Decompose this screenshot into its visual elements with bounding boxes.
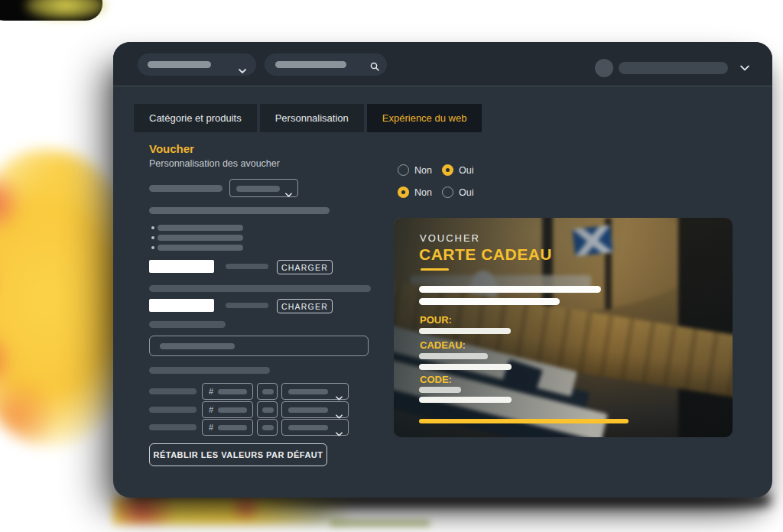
voucher-card-content: VOUCHER CARTE CADEAU POUR: CADEAU: CODE:	[394, 218, 733, 437]
voucher-field-label: CADEAU:	[420, 339, 466, 351]
topbar	[113, 42, 772, 86]
field-label-placeholder	[149, 321, 226, 328]
reset-defaults-label: RÉTABLIR LES VALEURS PAR DÉFAUT	[153, 450, 323, 459]
input-value-placeholder	[262, 389, 274, 394]
select-value-placeholder	[288, 407, 328, 413]
row-label-placeholder	[149, 424, 197, 430]
size-input[interactable]	[257, 419, 278, 436]
bullet-text-placeholder	[158, 235, 243, 241]
deco-bottom-yellow-glow	[113, 497, 354, 524]
select-value-placeholder	[288, 389, 328, 394]
user-name-placeholder	[619, 62, 728, 74]
radio-row2-non[interactable]	[398, 187, 409, 198]
page-title: Voucher	[149, 142, 194, 155]
hash-prefix: #	[209, 387, 213, 396]
bullet-text-placeholder	[158, 225, 243, 231]
reset-defaults-button[interactable]: RÉTABLIR LES VALEURS PAR DÉFAUT	[149, 443, 327, 466]
tab-label: Catégorie et produits	[149, 112, 242, 124]
radio-label: Oui	[459, 187, 473, 198]
text-placeholder	[149, 207, 330, 214]
page: Catégorie et produits Personnalisation E…	[0, 0, 783, 532]
app-window: Catégorie et produits Personnalisation E…	[113, 42, 772, 498]
radio-row1-non[interactable]	[398, 164, 409, 176]
hex-color-input[interactable]: #	[202, 419, 253, 436]
voucher-value-placeholder	[419, 364, 512, 370]
voucher-value-placeholder	[419, 387, 461, 393]
size-input[interactable]	[257, 401, 278, 418]
radio-row1-oui[interactable]	[442, 164, 453, 176]
field-label-placeholder	[149, 185, 223, 192]
voucher-value-placeholder	[419, 328, 511, 334]
voucher-field-label: CODE:	[420, 374, 452, 385]
chevron-down-icon	[336, 426, 343, 440]
tab-bar: Catégorie et produits Personnalisation E…	[134, 104, 482, 132]
radio-row2-oui[interactable]	[442, 187, 453, 198]
voucher-kicker: VOUCHER	[420, 232, 480, 244]
voucher-value-placeholder	[419, 397, 512, 403]
hash-prefix: #	[209, 405, 213, 414]
hash-prefix: #	[209, 423, 213, 432]
tab-experience-du-web[interactable]: Expérience du web	[367, 104, 482, 132]
placeholder-bar	[275, 61, 346, 68]
voucher-value-placeholder	[419, 353, 488, 359]
input-value-placeholder	[262, 407, 274, 413]
tab-categorie-et-produits[interactable]: Catégorie et produits	[134, 104, 257, 132]
voucher-text-placeholder	[419, 286, 601, 293]
chevron-down-icon	[285, 187, 292, 200]
file-input[interactable]	[149, 260, 214, 273]
font-select[interactable]	[229, 179, 298, 197]
topbar-search[interactable]	[265, 54, 387, 76]
input-value-placeholder	[218, 425, 247, 430]
avatar[interactable]	[595, 59, 613, 77]
chevron-down-icon[interactable]	[740, 60, 749, 74]
charger-button[interactable]: CHARGER	[277, 299, 333, 313]
placeholder-bar	[148, 61, 211, 68]
input-value-placeholder	[160, 343, 235, 349]
bullet-icon	[151, 236, 154, 239]
topbar-dropdown[interactable]	[138, 54, 256, 76]
chevron-down-icon	[239, 63, 246, 76]
text-placeholder	[149, 285, 371, 292]
style-select[interactable]	[281, 419, 349, 436]
charger-button[interactable]: CHARGER	[277, 260, 333, 274]
search-icon	[370, 60, 379, 74]
input-value-placeholder	[262, 425, 274, 430]
select-value-placeholder	[236, 186, 280, 192]
file-name-placeholder	[226, 303, 268, 308]
bullet-text-placeholder	[158, 245, 243, 251]
bullet-icon	[151, 246, 154, 249]
row-label-placeholder	[149, 407, 197, 413]
deco-top-yellow-glow	[24, 0, 107, 20]
bullet-icon	[151, 226, 154, 229]
tab-label: Personnalisation	[275, 112, 349, 124]
size-input[interactable]	[257, 383, 278, 400]
message-input[interactable]	[149, 336, 369, 356]
voucher-title-underline	[421, 268, 449, 271]
file-name-placeholder	[226, 264, 268, 269]
row-label-placeholder	[149, 388, 197, 394]
input-value-placeholder	[218, 389, 247, 394]
hex-color-input[interactable]: #	[202, 401, 253, 418]
select-value-placeholder	[288, 425, 328, 430]
tab-label: Expérience du web	[382, 112, 467, 124]
voucher-field-label: POUR:	[420, 314, 452, 326]
radio-label: Oui	[459, 165, 473, 176]
hex-color-input[interactable]: #	[202, 383, 253, 400]
style-select[interactable]	[281, 383, 349, 400]
voucher-title: CARTE CADEAU	[419, 245, 552, 264]
voucher-preview-card: VOUCHER CARTE CADEAU POUR: CADEAU: CODE:	[394, 218, 733, 437]
style-select[interactable]	[281, 401, 349, 418]
page-subtitle: Personnalisation des avoucher	[149, 158, 280, 169]
radio-label: Non	[414, 165, 432, 176]
input-value-placeholder	[218, 407, 247, 413]
file-input[interactable]	[149, 299, 214, 312]
voucher-yellow-bar	[419, 419, 629, 423]
deco-bottom-green-smear	[330, 520, 430, 527]
charger-button-label: CHARGER	[281, 302, 328, 311]
section-label-placeholder	[149, 367, 270, 374]
voucher-text-placeholder	[419, 298, 560, 305]
tab-personnalisation[interactable]: Personnalisation	[260, 104, 364, 132]
charger-button-label: CHARGER	[281, 263, 328, 272]
radio-label: Non	[414, 187, 432, 198]
